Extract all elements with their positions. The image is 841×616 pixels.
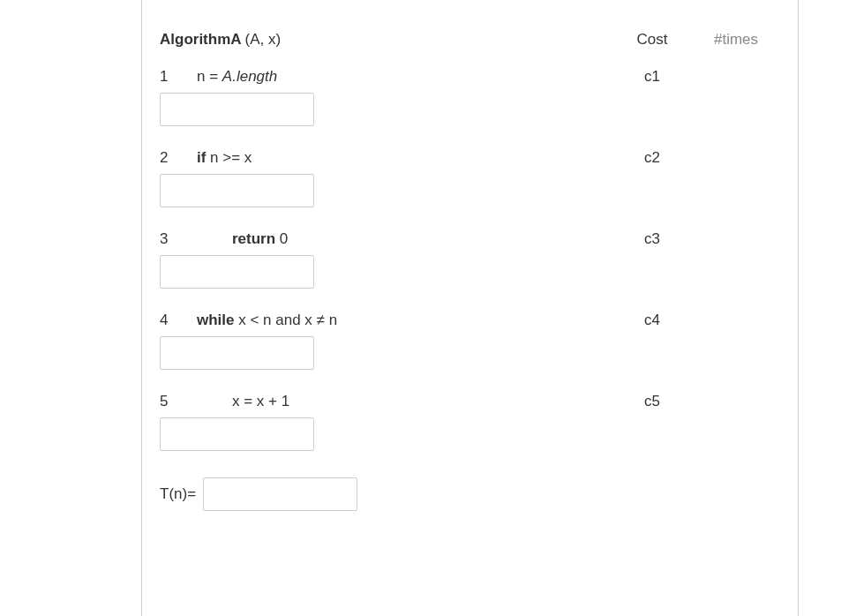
cost-header: Cost xyxy=(612,31,692,49)
code-row-5: 5 x = x + 1 c5 xyxy=(160,393,780,410)
answer-input-4[interactable] xyxy=(160,336,314,370)
line-number: 2 xyxy=(160,149,197,167)
algorithm-params: (A, x) xyxy=(245,31,282,48)
line-number: 5 xyxy=(160,393,197,410)
cost-value: c4 xyxy=(612,312,692,329)
tn-row: T(n)= xyxy=(160,477,780,511)
answer-row-5 xyxy=(160,417,780,451)
line-number: 3 xyxy=(160,230,197,248)
line-number: 1 xyxy=(160,68,197,86)
code-row-2: 2 if n >= x c2 xyxy=(160,149,780,167)
answer-row-3 xyxy=(160,255,780,289)
cost-value: c5 xyxy=(612,393,692,410)
line-block-1: 1 n = A.length c1 xyxy=(160,68,780,126)
answer-input-3[interactable] xyxy=(160,255,314,289)
answer-input-5[interactable] xyxy=(160,417,314,451)
line-number: 4 xyxy=(160,312,197,329)
code-row-1: 1 n = A.length c1 xyxy=(160,68,780,86)
cost-value: c3 xyxy=(612,230,692,248)
line-block-4: 4 while x < n and x ≠ n c4 xyxy=(160,312,780,370)
code-row-4: 4 while x < n and x ≠ n c4 xyxy=(160,312,780,329)
code-text: n = A.length xyxy=(197,68,277,86)
algorithm-name: AlgorithmA xyxy=(160,31,242,48)
answer-input-1[interactable] xyxy=(160,93,314,126)
line-block-2: 2 if n >= x c2 xyxy=(160,149,780,207)
tn-label: T(n)= xyxy=(160,485,196,503)
algorithm-title: AlgorithmA(A, x) xyxy=(160,31,281,49)
answer-input-2[interactable] xyxy=(160,174,314,207)
answer-row-2 xyxy=(160,174,780,207)
cost-value: c1 xyxy=(612,68,692,86)
code-row-3: 3 return 0 c3 xyxy=(160,230,780,248)
code-text: return 0 xyxy=(197,230,288,248)
code-text: while x < n and x ≠ n xyxy=(197,312,337,329)
answer-row-1 xyxy=(160,93,780,126)
tn-input[interactable] xyxy=(203,477,357,511)
code-text: if n >= x xyxy=(197,149,252,167)
line-block-3: 3 return 0 c3 xyxy=(160,230,780,289)
times-header: #times xyxy=(692,31,780,49)
answer-row-4 xyxy=(160,336,780,370)
code-text: x = x + 1 xyxy=(197,393,289,410)
algorithm-panel: AlgorithmA(A, x) Cost #times 1 n = A.len… xyxy=(141,0,799,616)
cost-value: c2 xyxy=(612,149,692,167)
header-row: AlgorithmA(A, x) Cost #times xyxy=(160,31,780,49)
line-block-5: 5 x = x + 1 c5 xyxy=(160,393,780,451)
